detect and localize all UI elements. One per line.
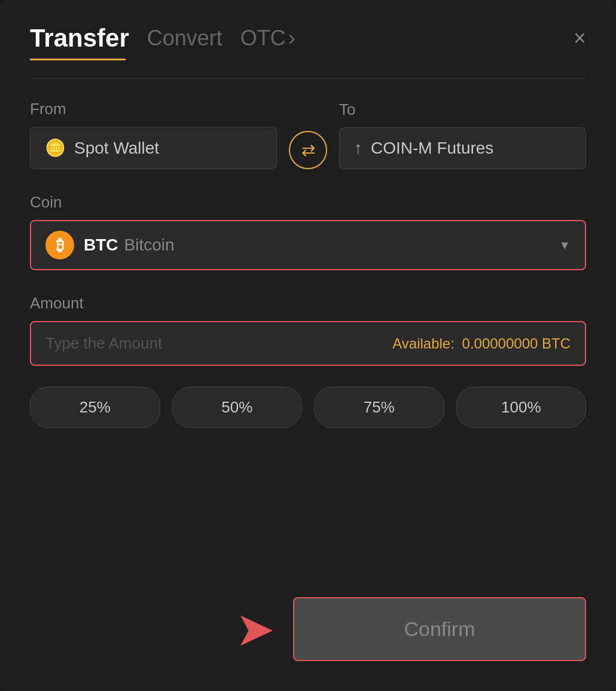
coin-label: Coin (30, 193, 586, 212)
btc-icon: ₿ (45, 231, 74, 259)
otc-tab[interactable]: OTC › (240, 26, 295, 51)
pct-75-button[interactable]: 75% (314, 387, 444, 428)
percentage-buttons: 25% 50% 75% 100% (30, 387, 586, 428)
coin-fullname: Bitcoin (124, 236, 175, 255)
arrow-pointer-icon: ➤ (235, 606, 275, 653)
from-label: From (30, 100, 277, 118)
chevron-down-icon: ▼ (559, 239, 571, 252)
to-field: To ↑ COIN-M Futures (339, 100, 586, 169)
chevron-right-icon: › (288, 26, 295, 51)
to-wallet-selector[interactable]: ↑ COIN-M Futures (339, 127, 586, 169)
futures-icon: ↑ (354, 139, 362, 158)
amount-label: Amount (30, 294, 586, 313)
modal-header: Transfer Convert OTC › × (30, 24, 586, 53)
active-tab-indicator (30, 59, 126, 60)
transfer-tab[interactable]: Transfer (30, 24, 129, 53)
swap-arrows-icon: ⇄ (301, 140, 315, 160)
pct-50-button[interactable]: 50% (172, 387, 303, 428)
confirm-button[interactable]: Confirm (293, 597, 586, 661)
coin-symbol: BTC (84, 236, 118, 255)
from-wallet-selector[interactable]: 🪙 Spot Wallet (30, 127, 277, 169)
from-to-section: From 🪙 Spot Wallet ⇄ To ↑ COIN-M Futures (30, 100, 586, 169)
amount-input-box[interactable]: Type the Amount Available: 0.00000000 BT… (30, 321, 586, 366)
confirm-area: ➤ Confirm (30, 597, 586, 661)
pct-25-button[interactable]: 25% (30, 387, 160, 428)
available-balance: Available: 0.00000000 BTC (392, 335, 571, 352)
amount-section: Amount Type the Amount Available: 0.0000… (30, 294, 586, 366)
coin-selector[interactable]: ₿ BTC Bitcoin ▼ (30, 220, 586, 270)
pct-100-button[interactable]: 100% (456, 387, 587, 428)
convert-tab[interactable]: Convert (147, 26, 222, 51)
from-wallet-label: Spot Wallet (74, 139, 159, 158)
transfer-modal: Transfer Convert OTC › × From 🪙 Spot Wal… (0, 0, 616, 691)
coin-section: Coin ₿ BTC Bitcoin ▼ (30, 193, 586, 270)
from-field: From 🪙 Spot Wallet (30, 100, 277, 169)
to-wallet-label: COIN-M Futures (371, 139, 493, 158)
amount-placeholder: Type the Amount (45, 334, 162, 353)
card-icon: 🪙 (45, 138, 66, 158)
header-divider (30, 78, 586, 79)
swap-button-wrapper: ⇄ (277, 131, 339, 169)
to-label: To (339, 100, 586, 119)
close-button[interactable]: × (574, 27, 586, 49)
available-value: 0.00000000 BTC (462, 335, 571, 351)
swap-button[interactable]: ⇄ (289, 131, 327, 169)
